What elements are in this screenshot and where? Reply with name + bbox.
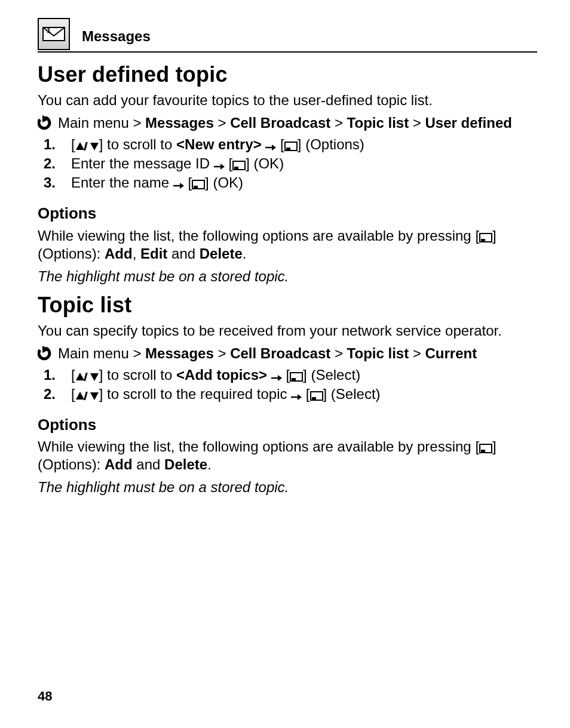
- softkey-icon: [232, 161, 246, 170]
- tl-step-2: 2. [] to scroll to the required topic []…: [38, 385, 537, 403]
- udt-step-2: 2. Enter the message ID [] (OK): [38, 155, 537, 173]
- tl-steps: 1. [] to scroll to <Add topics> [] (Sele…: [38, 366, 537, 403]
- section-title: Messages: [82, 27, 151, 49]
- goto-icon: [38, 115, 53, 131]
- softkey-icon: [479, 233, 492, 242]
- udt-options-heading: Options: [38, 204, 537, 223]
- udt-step-3: 3. Enter the name [] (OK): [38, 174, 537, 192]
- up-down-icon: [75, 391, 99, 401]
- udt-step-1: 1. [] to scroll to <New entry> [] (Optio…: [38, 136, 537, 153]
- arrow-right-icon: [265, 144, 276, 151]
- tl-breadcrumb: Main menu > Messages > Cell Broadcast > …: [38, 345, 537, 363]
- messages-section-icon: 1: [38, 18, 70, 50]
- tl-breadcrumb-text: Main menu > Messages > Cell Broadcast > …: [58, 345, 537, 363]
- udt-steps: 1. [] to scroll to <New entry> [] (Optio…: [38, 136, 537, 192]
- tl-intro: You can specify topics to be received fr…: [38, 322, 537, 340]
- up-down-icon: [75, 142, 99, 151]
- svg-text:1: 1: [47, 26, 51, 35]
- softkey-icon: [284, 142, 298, 151]
- softkey-icon: [290, 372, 303, 382]
- tl-step-1: 1. [] to scroll to <Add topics> [] (Sele…: [38, 366, 537, 384]
- goto-icon: [38, 346, 53, 361]
- udt-breadcrumb-text: Main menu > Messages > Cell Broadcast > …: [58, 114, 537, 132]
- heading-topic-list: Topic list: [38, 291, 537, 318]
- softkey-icon: [192, 180, 205, 189]
- udt-intro: You can add your favourite topics to the…: [38, 91, 537, 109]
- softkey-icon: [479, 444, 492, 453]
- softkey-icon: [310, 391, 323, 401]
- tl-options-text: While viewing the list, the following op…: [38, 438, 537, 474]
- arrow-right-icon: [291, 394, 302, 401]
- udt-breadcrumb: Main menu > Messages > Cell Broadcast > …: [38, 114, 537, 132]
- tl-options-heading: Options: [38, 415, 537, 435]
- arrow-right-icon: [173, 182, 184, 189]
- arrow-right-icon: [271, 374, 282, 382]
- tl-options-note: The highlight must be on a stored topic.: [38, 478, 537, 496]
- up-down-icon: [75, 372, 99, 382]
- arrow-right-icon: [214, 163, 225, 170]
- page-header: 1 Messages: [38, 18, 537, 53]
- page-number: 48: [38, 688, 52, 705]
- udt-options-text: While viewing the list, the following op…: [38, 227, 537, 263]
- udt-options-note: The highlight must be on a stored topic.: [38, 268, 537, 285]
- heading-user-defined-topic: User defined topic: [38, 61, 537, 88]
